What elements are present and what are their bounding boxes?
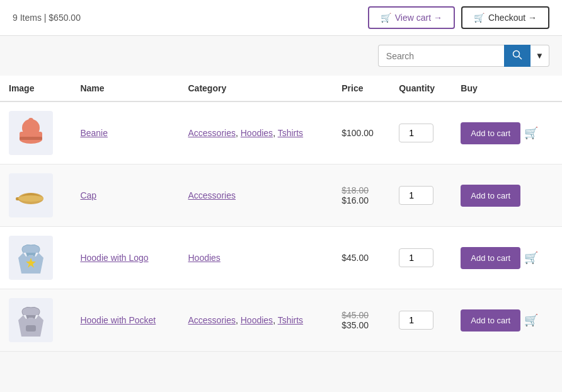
price-sale: $35.00 <box>341 320 381 330</box>
search-button[interactable] <box>504 45 530 67</box>
add-to-cart-button[interactable]: Add to cart <box>461 185 520 207</box>
product-buy-cell: Add to cart 🛒 <box>452 101 562 164</box>
product-name-link[interactable]: Beanie <box>80 128 108 138</box>
product-quantity-cell <box>390 227 452 289</box>
product-name-cell: Hoodie with Logo <box>71 227 179 289</box>
product-image <box>9 236 53 280</box>
product-name-link[interactable]: Hoodie with Logo <box>80 253 148 263</box>
category-link[interactable]: Hoodies <box>241 128 273 138</box>
quantity-input[interactable] <box>399 248 433 267</box>
table-row: CapAccessories$18.00$16.00 Add to cart <box>0 164 562 227</box>
product-price-cell: $45.00$35.00 <box>333 289 390 352</box>
cart-icon: 🛒 <box>381 13 391 23</box>
svg-point-7 <box>28 118 33 123</box>
category-link[interactable]: Accessories <box>188 190 236 200</box>
svg-point-11 <box>18 195 43 202</box>
price-normal: $100.00 <box>341 128 374 138</box>
price-sale: $16.00 <box>341 195 381 205</box>
col-price: Price <box>333 76 390 101</box>
svg-line-1 <box>519 57 522 60</box>
table-row: Hoodie with PocketAccessories, Hoodies, … <box>0 289 562 352</box>
product-image-cell <box>0 164 71 227</box>
search-icon <box>512 50 522 60</box>
product-buy-cell: Add to cart 🛒 <box>452 227 562 289</box>
col-name: Name <box>71 76 179 101</box>
buy-cell: Add to cart <box>461 185 553 207</box>
add-to-cart-button[interactable]: Add to cart <box>461 247 520 269</box>
quantity-input[interactable] <box>399 311 433 330</box>
product-quantity-cell <box>390 164 452 227</box>
checkout-button[interactable]: 🛒 Checkout → <box>461 6 549 29</box>
product-price-cell: $45.00 <box>333 227 390 289</box>
product-name-cell: Cap <box>71 164 179 227</box>
svg-rect-15 <box>26 325 36 331</box>
svg-point-0 <box>513 51 519 57</box>
col-quantity: Quantity <box>390 76 452 101</box>
product-image-cell <box>0 227 71 289</box>
product-quantity-cell <box>390 101 452 164</box>
product-image <box>9 111 53 155</box>
quantity-input[interactable] <box>399 124 433 142</box>
product-buy-cell: Add to cart <box>452 164 562 227</box>
product-price-cell: $100.00 <box>333 101 390 164</box>
product-image-cell <box>0 101 71 164</box>
product-category-cell: Accessories, Hoodies, Tshirts <box>180 289 333 352</box>
quantity-input[interactable] <box>399 186 433 205</box>
product-category-cell: Hoodies <box>180 227 333 289</box>
category-link[interactable]: Accessories <box>188 315 236 325</box>
product-name-link[interactable]: Hoodie with Pocket <box>80 315 156 325</box>
cart-icon: 🛒 <box>524 313 538 327</box>
buy-cell: Add to cart 🛒 <box>461 309 553 331</box>
buy-cell: Add to cart 🛒 <box>461 122 553 144</box>
table-row: BeanieAccessories, Hoodies, Tshirts$100.… <box>0 101 562 164</box>
search-dropdown-button[interactable]: ▼ <box>530 45 549 67</box>
cart-icon: 🛒 <box>524 251 538 265</box>
price-original: $18.00 <box>341 185 381 195</box>
buy-cell: Add to cart 🛒 <box>461 247 553 269</box>
product-table: Image Name Category Price Quantity Buy B… <box>0 76 562 352</box>
table-row: Hoodie with LogoHoodies$45.00 Add to car… <box>0 227 562 289</box>
col-buy: Buy <box>452 76 562 101</box>
product-category-cell: Accessories, Hoodies, Tshirts <box>180 101 333 164</box>
product-category-cell: Accessories <box>180 164 333 227</box>
add-to-cart-button[interactable]: Add to cart <box>461 122 520 144</box>
category-link[interactable]: Hoodies <box>241 315 273 325</box>
top-bar: 9 Items | $650.00 🛒 View cart → 🛒 Checko… <box>0 0 562 36</box>
table-header-row: Image Name Category Price Quantity Buy <box>0 76 562 101</box>
search-input[interactable] <box>378 45 504 67</box>
search-bar: ▼ <box>0 36 562 76</box>
product-image <box>9 173 53 217</box>
category-link[interactable]: Tshirts <box>278 315 303 325</box>
product-image <box>9 298 53 342</box>
product-name-cell: Hoodie with Pocket <box>71 289 179 352</box>
checkout-icon: 🛒 <box>474 13 485 23</box>
col-category: Category <box>180 76 333 101</box>
category-link[interactable]: Hoodies <box>188 253 221 263</box>
product-quantity-cell <box>390 289 452 352</box>
cart-cursor-icon: 🛒 <box>524 126 538 140</box>
product-name-cell: Beanie <box>71 101 179 164</box>
add-to-cart-button[interactable]: Add to cart <box>461 309 520 331</box>
view-cart-button[interactable]: 🛒 View cart → <box>368 6 455 29</box>
price-original: $45.00 <box>341 310 381 320</box>
product-price-cell: $18.00$16.00 <box>333 164 390 227</box>
product-image-cell <box>0 289 71 352</box>
items-count: 9 Items | $650.00 <box>13 13 81 23</box>
col-image: Image <box>0 76 71 101</box>
category-link[interactable]: Tshirts <box>278 128 303 138</box>
svg-rect-5 <box>20 137 42 140</box>
product-name-link[interactable]: Cap <box>80 190 96 200</box>
category-link[interactable]: Accessories <box>188 128 236 138</box>
product-buy-cell: Add to cart 🛒 <box>452 289 562 352</box>
price-normal: $45.00 <box>341 253 369 263</box>
